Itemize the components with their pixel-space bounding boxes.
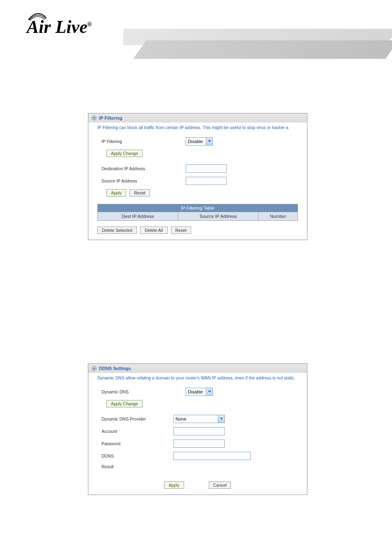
src-ip-input[interactable] bbox=[186, 177, 227, 185]
ip-filtering-description: IP Filtering can block all traffic from … bbox=[88, 123, 307, 136]
chevron-down-icon bbox=[206, 388, 212, 395]
provider-label: Dynamic DNS Provider bbox=[101, 416, 173, 421]
ip-filtering-main-label: IP Filtering bbox=[101, 139, 186, 144]
col-dest-header: Dest IP Address bbox=[98, 212, 178, 220]
ddns-cancel-button[interactable]: Cancel bbox=[209, 481, 231, 489]
delete-selected-button[interactable]: Delete Selected bbox=[97, 227, 137, 234]
ddns-domain-label: DDNS bbox=[101, 453, 173, 458]
apply-button[interactable]: Apply bbox=[106, 189, 126, 197]
password-label: Password bbox=[101, 441, 173, 446]
col-num-header: Number bbox=[258, 212, 297, 220]
account-label: Account bbox=[101, 429, 173, 434]
provider-select[interactable]: None bbox=[173, 415, 225, 423]
brand-logo: Air Live® bbox=[27, 16, 92, 37]
provider-select-value: None bbox=[175, 416, 186, 421]
reset-button[interactable]: Reset bbox=[129, 189, 150, 197]
dynamic-dns-select-value: Disable bbox=[188, 389, 203, 394]
panel-title: DDNS Settings bbox=[99, 366, 131, 371]
table-title: IP Filtering Table bbox=[97, 204, 298, 212]
password-input[interactable] bbox=[173, 439, 225, 448]
account-input[interactable] bbox=[173, 427, 225, 435]
delete-all-button[interactable]: Delete All bbox=[140, 227, 167, 234]
dynamic-dns-select[interactable]: Disable bbox=[186, 388, 213, 396]
gear-icon bbox=[92, 116, 97, 120]
col-src-header: Source IP Address bbox=[178, 212, 258, 220]
ip-filtering-table: IP Filtering Table Dest IP Address Sourc… bbox=[97, 204, 298, 221]
gear-icon bbox=[92, 366, 97, 371]
ddns-apply-button[interactable]: Apply bbox=[164, 481, 184, 489]
chevron-down-icon bbox=[218, 415, 224, 423]
result-label: Result bbox=[101, 464, 173, 469]
chevron-down-icon bbox=[206, 138, 212, 145]
src-ip-label: Source IP Address bbox=[101, 178, 186, 183]
ddns-description: Dynamic DNS allow relating a domain to y… bbox=[88, 373, 307, 386]
dynamic-dns-label: Dynamic DNS bbox=[101, 389, 186, 394]
reset-table-button[interactable]: Reset bbox=[171, 227, 191, 234]
svg-point-1 bbox=[93, 117, 95, 119]
panel-title: IP Filtering bbox=[99, 116, 122, 120]
ddns-header: DDNS Settings bbox=[88, 364, 307, 373]
dest-ip-input[interactable] bbox=[186, 164, 227, 173]
ip-filtering-panel: IP Filtering IP Filtering can block all … bbox=[88, 113, 307, 240]
ip-filtering-select[interactable]: Disable bbox=[186, 137, 213, 146]
ddns-apply-change-button[interactable]: Apply Change bbox=[106, 400, 143, 407]
apply-change-button[interactable]: Apply Change bbox=[106, 150, 143, 157]
ddns-panel: DDNS Settings Dynamic DNS allow relating… bbox=[88, 363, 307, 495]
dest-ip-label: Destination IP Address bbox=[101, 166, 186, 171]
header-banner bbox=[123, 29, 392, 64]
svg-point-3 bbox=[93, 368, 95, 369]
ip-filtering-header: IP Filtering bbox=[88, 113, 307, 123]
ip-filtering-select-value: Disable bbox=[188, 139, 203, 144]
ddns-domain-input[interactable] bbox=[173, 452, 251, 460]
